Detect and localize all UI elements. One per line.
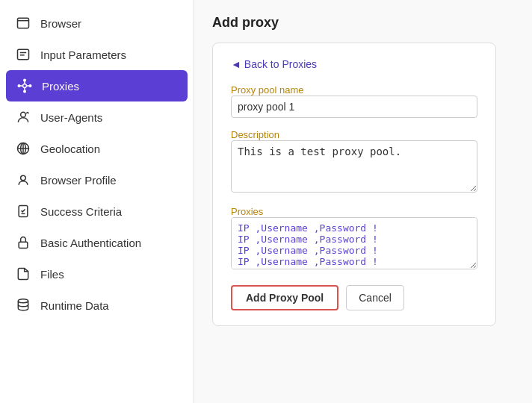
svg-point-10 [24, 79, 26, 81]
success-criteria-icon [15, 203, 31, 219]
proxies-input[interactable]: IP ,Username ,Password ! IP ,Username ,P… [231, 217, 477, 269]
svg-point-14 [21, 112, 26, 117]
sidebar-item-user-agents[interactable]: User-Agents [0, 101, 194, 133]
svg-line-15 [26, 112, 28, 113]
proxy-pool-name-input[interactable] [231, 96, 477, 118]
sidebar-item-runtime-data[interactable]: Runtime Data [0, 290, 194, 321]
sidebar-item-input-parameters-label: Input Parameters [40, 49, 126, 61]
description-input[interactable]: This is a test proxy pool. [231, 140, 477, 193]
sidebar-item-browser-label: Browser [40, 17, 81, 30]
cancel-button[interactable]: Cancel [346, 285, 404, 310]
proxies-icon [16, 78, 33, 94]
svg-line-16 [28, 112, 29, 113]
sidebar-item-user-agents-label: User-Agents [40, 111, 102, 124]
svg-point-5 [23, 84, 27, 88]
sidebar-item-basic-authentication[interactable]: Basic Authentication [0, 227, 194, 258]
back-to-proxies-label: Back to Proxies [244, 58, 317, 70]
sidebar: Browser Input Parameters [0, 0, 194, 403]
sidebar-item-geolocation-label: Geolocation [40, 143, 100, 155]
browser-icon [15, 15, 31, 31]
sidebar-item-proxies-label: Proxies [42, 80, 79, 93]
add-proxy-pool-button[interactable]: Add Proxy Pool [231, 285, 338, 310]
sidebar-item-files-label: Files [40, 268, 64, 281]
svg-point-13 [29, 85, 31, 87]
sidebar-item-runtime-data-label: Runtime Data [40, 299, 109, 312]
sidebar-item-geolocation[interactable]: Geolocation [0, 133, 194, 164]
main-content: Add proxy ◄ Back to Proxies Proxy pool n… [194, 0, 532, 403]
add-proxy-card: ◄ Back to Proxies Proxy pool name Descri… [212, 43, 496, 326]
sidebar-item-basic-authentication-label: Basic Authentication [40, 237, 141, 249]
geolocation-icon [15, 140, 31, 157]
svg-point-25 [18, 299, 28, 303]
svg-point-12 [18, 85, 20, 87]
proxy-pool-name-label: Proxy pool name [231, 84, 304, 96]
browser-profile-icon [15, 172, 31, 188]
svg-point-11 [24, 90, 26, 93]
page-title: Add proxy [212, 15, 514, 31]
back-to-proxies-link[interactable]: ◄ Back to Proxies [231, 58, 477, 70]
sidebar-item-success-criteria[interactable]: Success Criteria [0, 196, 194, 227]
sidebar-item-browser-profile-label: Browser Profile [40, 174, 117, 187]
input-parameters-icon [15, 46, 31, 63]
runtime-icon [15, 297, 31, 313]
sidebar-item-proxies[interactable]: Proxies [6, 70, 188, 101]
description-label: Description [231, 129, 279, 140]
user-agents-icon [15, 109, 31, 125]
sidebar-item-browser[interactable]: Browser [0, 7, 194, 39]
sidebar-item-files[interactable]: Files [0, 258, 194, 290]
svg-rect-24 [19, 242, 28, 248]
lock-icon [15, 234, 31, 251]
proxies-label: Proxies [231, 206, 263, 217]
files-icon [15, 266, 31, 282]
sidebar-item-success-criteria-label: Success Criteria [40, 205, 122, 218]
svg-rect-2 [18, 49, 29, 59]
svg-point-21 [21, 175, 26, 181]
button-row: Add Proxy Pool Cancel [231, 285, 477, 310]
sidebar-item-input-parameters[interactable]: Input Parameters [0, 39, 194, 70]
back-arrow-icon: ◄ [231, 58, 241, 70]
svg-rect-0 [18, 18, 29, 28]
sidebar-item-browser-profile[interactable]: Browser Profile [0, 164, 194, 196]
